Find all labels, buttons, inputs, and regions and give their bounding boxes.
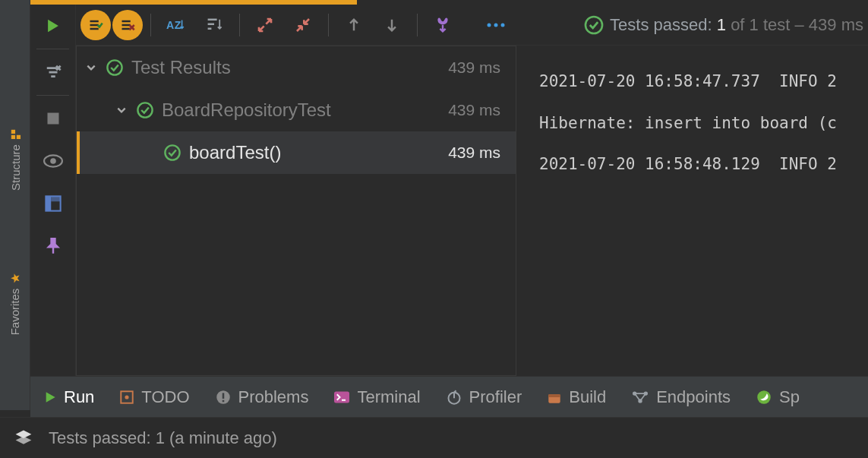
svg-point-23 [165,145,179,160]
status-bar: Tests passed: 1 (a minute ago) [0,417,868,458]
check-circle-icon [106,58,124,77]
sort-duration-icon[interactable] [197,10,232,40]
svg-text:Z: Z [175,19,181,31]
run-tab-label: Run [64,387,94,407]
build-icon [548,390,561,404]
svg-rect-34 [549,394,560,397]
status-rest: of 1 test – 439 ms [731,15,863,34]
problems-tab[interactable]: Problems [216,387,309,407]
svg-point-21 [107,60,122,74]
tree-root-label: Test Results [131,57,231,78]
spring-icon [756,390,772,405]
bottom-tool-tabs: Run TODO Problems Terminal Profiler Buil… [30,376,868,417]
svg-marker-4 [48,20,58,33]
spring-tab[interactable]: Sp [756,387,800,407]
svg-point-17 [488,23,491,27]
svg-rect-30 [334,391,349,403]
tree-root-row[interactable]: Test Results 439 ms [77,46,516,89]
chevron-down-icon[interactable] [115,105,128,115]
run-side-toolbar [30,5,76,377]
next-failed-icon[interactable] [374,10,409,40]
svg-rect-2 [16,134,20,138]
favorites-tab[interactable]: Favorites [0,251,30,357]
profiler-tab[interactable]: Profiler [447,387,522,407]
svg-text:A: A [166,19,174,31]
svg-marker-3 [11,273,19,283]
left-tool-tabs: Structure Favorites [0,0,30,410]
svg-rect-1 [11,129,14,133]
check-circle-icon [136,101,154,119]
status-passed-count: 1 [717,15,726,34]
run-tab[interactable]: Run [44,387,94,407]
layers-icon[interactable] [14,428,33,448]
build-tab-label: Build [569,387,606,407]
tree-class-row[interactable]: BoardRepositoryTest 439 ms [77,89,516,131]
stop-button[interactable] [30,97,76,140]
console-line: Hibernate: insert into board (c [539,114,837,132]
prev-failed-icon[interactable] [336,10,371,40]
tree-method-row[interactable]: boardTest() 439 ms [77,131,516,174]
structure-icon [10,129,21,140]
check-circle-icon [163,144,181,162]
watch-icon[interactable] [30,140,76,182]
tree-method-label: boardTest() [189,142,281,163]
terminal-icon [334,391,349,403]
tree-class-time: 439 ms [448,101,500,119]
svg-point-19 [501,23,505,27]
todo-tab[interactable]: TODO [120,387,189,407]
tree-root-time: 439 ms [448,58,500,77]
run-button[interactable] [30,5,76,47]
profiler-icon [447,390,462,405]
chevron-down-icon[interactable] [84,62,98,73]
layout-icon[interactable] [30,182,76,225]
structure-tab[interactable]: Structure [0,106,30,213]
test-toolbar: AZ Tests passed: 1 of 1 test – 439 ms [76,5,868,46]
svg-point-18 [494,23,498,27]
svg-point-9 [50,158,56,164]
svg-point-26 [125,395,129,399]
endpoints-tab[interactable]: Endpoints [632,387,731,407]
show-ignored-toggle[interactable] [112,10,143,40]
sort-alpha-icon[interactable]: AZ [159,10,194,40]
import-tests-icon[interactable] [425,10,460,40]
svg-marker-40 [16,436,32,444]
pin-icon[interactable] [30,225,76,267]
expand-all-icon[interactable] [248,10,282,40]
favorites-tab-label: Favorites [9,288,22,335]
svg-rect-29 [222,400,224,402]
spring-tab-label: Sp [779,387,800,407]
svg-point-22 [137,103,152,117]
status-message: Tests passed: 1 (a minute ago) [49,428,277,448]
problems-tab-label: Problems [238,387,309,407]
svg-rect-7 [48,113,59,125]
terminal-tab-label: Terminal [357,387,420,407]
profiler-tab-label: Profiler [469,387,522,407]
svg-point-20 [586,16,602,33]
collapse-all-icon[interactable] [286,10,320,40]
todo-tab-label: TODO [141,387,189,407]
todo-icon [120,390,134,404]
svg-rect-12 [51,196,60,201]
svg-marker-24 [46,392,55,402]
endpoints-icon [632,390,649,404]
endpoints-tab-label: Endpoints [656,387,731,407]
tree-method-time: 439 ms [448,144,500,162]
svg-rect-28 [222,393,224,399]
terminal-tab[interactable]: Terminal [334,387,420,407]
svg-point-38 [757,390,771,404]
star-icon [10,273,21,283]
test-status-summary: Tests passed: 1 of 1 test – 439 ms [584,15,863,35]
svg-rect-11 [46,196,51,210]
svg-rect-0 [11,134,14,138]
more-icon[interactable] [478,10,513,40]
test-tree[interactable]: Test Results 439 ms BoardRepositoryTest … [76,46,516,376]
show-passed-toggle[interactable] [80,10,111,40]
tree-class-label: BoardRepositoryTest [162,99,331,121]
console-line: 2021-07-20 16:58:48.129 INFO 2 [539,155,837,173]
structure-tab-label: Structure [9,144,22,191]
build-tab[interactable]: Build [548,387,606,407]
filter-hide-icon[interactable] [30,51,76,93]
test-console[interactable]: 2021-07-20 16:58:47.737 INFO 2 Hibernate… [516,46,868,376]
problems-icon [216,390,231,405]
console-line: 2021-07-20 16:58:47.737 INFO 2 [539,72,837,90]
